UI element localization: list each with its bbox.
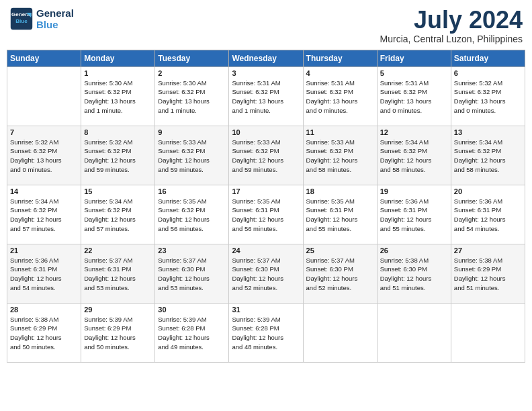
page-header: General Blue General Blue July 2024 Murc…	[7, 7, 525, 44]
calendar-cell: 30Sunrise: 5:39 AM Sunset: 6:28 PM Dayli…	[155, 303, 229, 362]
calendar-cell: 8Sunrise: 5:32 AM Sunset: 6:32 PM Daylig…	[81, 126, 155, 185]
calendar-cell	[377, 303, 451, 362]
day-info: Sunrise: 5:33 AM Sunset: 6:32 PM Dayligh…	[306, 138, 374, 175]
day-number: 31	[232, 306, 300, 314]
day-number: 19	[380, 187, 448, 195]
calendar-cell: 14Sunrise: 5:34 AM Sunset: 6:32 PM Dayli…	[7, 185, 81, 244]
day-info: Sunrise: 5:32 AM Sunset: 6:32 PM Dayligh…	[454, 79, 522, 116]
day-info: Sunrise: 5:39 AM Sunset: 6:28 PM Dayligh…	[158, 315, 226, 352]
day-info: Sunrise: 5:37 AM Sunset: 6:30 PM Dayligh…	[158, 256, 226, 293]
calendar-cell: 9Sunrise: 5:33 AM Sunset: 6:32 PM Daylig…	[155, 126, 229, 185]
calendar-cell: 7Sunrise: 5:32 AM Sunset: 6:32 PM Daylig…	[7, 126, 81, 185]
calendar-cell: 10Sunrise: 5:33 AM Sunset: 6:32 PM Dayli…	[229, 126, 303, 185]
day-info: Sunrise: 5:39 AM Sunset: 6:28 PM Dayligh…	[232, 315, 300, 352]
calendar-cell: 31Sunrise: 5:39 AM Sunset: 6:28 PM Dayli…	[229, 303, 303, 362]
day-info: Sunrise: 5:35 AM Sunset: 6:32 PM Dayligh…	[158, 197, 226, 234]
col-header-tuesday: Tuesday	[155, 50, 229, 66]
day-info: Sunrise: 5:34 AM Sunset: 6:32 PM Dayligh…	[84, 197, 152, 234]
day-number: 26	[380, 246, 448, 255]
day-number: 23	[158, 246, 226, 255]
col-header-saturday: Saturday	[451, 50, 525, 66]
day-info: Sunrise: 5:32 AM Sunset: 6:32 PM Dayligh…	[84, 138, 152, 175]
calendar-cell	[451, 303, 525, 362]
logo-text: General Blue	[36, 7, 74, 30]
day-number: 3	[232, 69, 300, 77]
col-header-friday: Friday	[377, 50, 451, 66]
calendar-cell: 19Sunrise: 5:36 AM Sunset: 6:31 PM Dayli…	[377, 185, 451, 244]
calendar-cell: 13Sunrise: 5:34 AM Sunset: 6:32 PM Dayli…	[451, 126, 525, 185]
day-info: Sunrise: 5:37 AM Sunset: 6:30 PM Dayligh…	[232, 256, 300, 293]
calendar-week-row: 7Sunrise: 5:32 AM Sunset: 6:32 PM Daylig…	[7, 126, 525, 185]
calendar-header-row: SundayMondayTuesdayWednesdayThursdayFrid…	[7, 50, 525, 66]
day-info: Sunrise: 5:36 AM Sunset: 6:31 PM Dayligh…	[10, 256, 78, 293]
day-number: 7	[10, 128, 78, 136]
day-number: 21	[10, 246, 78, 255]
col-header-wednesday: Wednesday	[229, 50, 303, 66]
day-number: 6	[454, 69, 522, 77]
day-info: Sunrise: 5:34 AM Sunset: 6:32 PM Dayligh…	[380, 138, 448, 175]
calendar-week-row: 28Sunrise: 5:38 AM Sunset: 6:29 PM Dayli…	[7, 303, 525, 362]
calendar-cell: 27Sunrise: 5:38 AM Sunset: 6:29 PM Dayli…	[451, 244, 525, 303]
calendar-cell: 20Sunrise: 5:36 AM Sunset: 6:31 PM Dayli…	[451, 185, 525, 244]
day-number: 16	[158, 187, 226, 195]
day-number: 14	[10, 187, 78, 195]
day-info: Sunrise: 5:34 AM Sunset: 6:32 PM Dayligh…	[454, 138, 522, 175]
day-info: Sunrise: 5:30 AM Sunset: 6:32 PM Dayligh…	[158, 79, 226, 116]
calendar-cell: 6Sunrise: 5:32 AM Sunset: 6:32 PM Daylig…	[451, 66, 525, 126]
calendar-cell: 29Sunrise: 5:39 AM Sunset: 6:29 PM Dayli…	[81, 303, 155, 362]
col-header-monday: Monday	[81, 50, 155, 66]
day-number: 13	[454, 128, 522, 136]
day-info: Sunrise: 5:35 AM Sunset: 6:31 PM Dayligh…	[232, 197, 300, 234]
day-number: 24	[232, 246, 300, 255]
calendar-cell: 2Sunrise: 5:30 AM Sunset: 6:32 PM Daylig…	[155, 66, 229, 126]
day-number: 10	[232, 128, 300, 136]
day-number: 4	[306, 69, 374, 77]
day-info: Sunrise: 5:32 AM Sunset: 6:32 PM Dayligh…	[10, 138, 78, 175]
calendar-cell: 18Sunrise: 5:35 AM Sunset: 6:31 PM Dayli…	[303, 185, 377, 244]
calendar-cell: 4Sunrise: 5:31 AM Sunset: 6:32 PM Daylig…	[303, 66, 377, 126]
day-number: 12	[380, 128, 448, 136]
day-info: Sunrise: 5:31 AM Sunset: 6:32 PM Dayligh…	[232, 79, 300, 116]
day-number: 11	[306, 128, 374, 136]
day-info: Sunrise: 5:36 AM Sunset: 6:31 PM Dayligh…	[454, 197, 522, 234]
day-info: Sunrise: 5:31 AM Sunset: 6:32 PM Dayligh…	[380, 79, 448, 116]
day-info: Sunrise: 5:34 AM Sunset: 6:32 PM Dayligh…	[10, 197, 78, 234]
calendar-cell: 17Sunrise: 5:35 AM Sunset: 6:31 PM Dayli…	[229, 185, 303, 244]
calendar-cell: 12Sunrise: 5:34 AM Sunset: 6:32 PM Dayli…	[377, 126, 451, 185]
day-info: Sunrise: 5:36 AM Sunset: 6:31 PM Dayligh…	[380, 197, 448, 234]
day-info: Sunrise: 5:33 AM Sunset: 6:32 PM Dayligh…	[232, 138, 300, 175]
day-number: 17	[232, 187, 300, 195]
day-info: Sunrise: 5:38 AM Sunset: 6:29 PM Dayligh…	[10, 315, 78, 352]
calendar-cell: 15Sunrise: 5:34 AM Sunset: 6:32 PM Dayli…	[81, 185, 155, 244]
day-number: 5	[380, 69, 448, 77]
calendar-table: SundayMondayTuesdayWednesdayThursdayFrid…	[7, 50, 525, 363]
day-number: 22	[84, 246, 152, 255]
logo: General Blue General Blue	[9, 7, 74, 31]
day-number: 29	[84, 306, 152, 314]
calendar-cell: 21Sunrise: 5:36 AM Sunset: 6:31 PM Dayli…	[7, 244, 81, 303]
calendar-week-row: 21Sunrise: 5:36 AM Sunset: 6:31 PM Dayli…	[7, 244, 525, 303]
day-info: Sunrise: 5:39 AM Sunset: 6:29 PM Dayligh…	[84, 315, 152, 352]
calendar-cell: 28Sunrise: 5:38 AM Sunset: 6:29 PM Dayli…	[7, 303, 81, 362]
col-header-sunday: Sunday	[7, 50, 81, 66]
day-number: 28	[10, 306, 78, 314]
day-info: Sunrise: 5:31 AM Sunset: 6:32 PM Dayligh…	[306, 79, 374, 116]
calendar-cell	[303, 303, 377, 362]
day-info: Sunrise: 5:38 AM Sunset: 6:30 PM Dayligh…	[380, 256, 448, 293]
day-number: 18	[306, 187, 374, 195]
logo-icon: General Blue	[9, 7, 34, 31]
calendar-week-row: 1Sunrise: 5:30 AM Sunset: 6:32 PM Daylig…	[7, 66, 525, 126]
svg-text:Blue: Blue	[15, 18, 28, 24]
day-info: Sunrise: 5:37 AM Sunset: 6:30 PM Dayligh…	[306, 256, 374, 293]
calendar-cell: 1Sunrise: 5:30 AM Sunset: 6:32 PM Daylig…	[81, 66, 155, 126]
day-number: 27	[454, 246, 522, 255]
day-number: 1	[84, 69, 152, 77]
calendar-week-row: 14Sunrise: 5:34 AM Sunset: 6:32 PM Dayli…	[7, 185, 525, 244]
calendar-cell: 23Sunrise: 5:37 AM Sunset: 6:30 PM Dayli…	[155, 244, 229, 303]
col-header-thursday: Thursday	[303, 50, 377, 66]
day-number: 30	[158, 306, 226, 314]
calendar-cell: 3Sunrise: 5:31 AM Sunset: 6:32 PM Daylig…	[229, 66, 303, 126]
month-title: July 2024	[380, 7, 523, 34]
day-number: 8	[84, 128, 152, 136]
calendar-cell: 25Sunrise: 5:37 AM Sunset: 6:30 PM Dayli…	[303, 244, 377, 303]
